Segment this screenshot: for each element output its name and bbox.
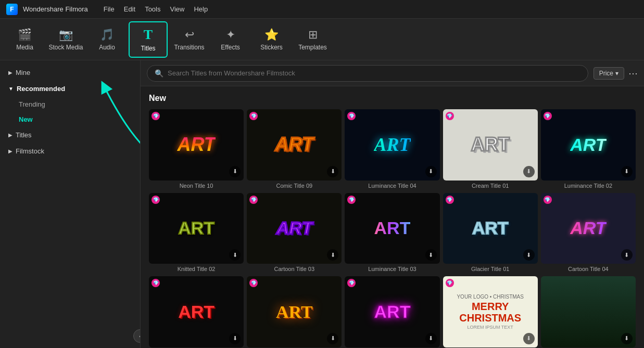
titles-collapse-icon: ▶ bbox=[8, 132, 12, 138]
premium-icon: 💎 bbox=[249, 279, 258, 287]
tile-thumb-cartoon04: 💎 ART ⬇ bbox=[541, 193, 636, 264]
tile-knitted-title-02[interactable]: 💎 ART ⬇ Knitted Title 02 bbox=[149, 193, 244, 273]
toolbar-effects-button[interactable]: ✦ Effects bbox=[211, 21, 250, 58]
toolbar-stickers-button[interactable]: ⭐ Stickers bbox=[252, 21, 291, 58]
download-icon: ⬇ bbox=[229, 249, 241, 261]
tile-luminance-title-02[interactable]: 💎 ART ⬇ Luminance Title 02 bbox=[541, 109, 636, 189]
tile-subtitles-default[interactable]: ⬇ Subtitles Default bbox=[541, 276, 636, 348]
premium-icon: 💎 bbox=[544, 196, 552, 204]
tile-thumb-luminance04: 💎 ART ⬇ bbox=[345, 109, 439, 181]
christmas-footer: LOREM IPSUM TEXT bbox=[468, 325, 513, 330]
sidebar-mine-label: Mine bbox=[16, 69, 30, 76]
toolbar-media-button[interactable]: 🎬 Media bbox=[5, 21, 44, 58]
effects-icon: ✦ bbox=[226, 28, 235, 42]
comic09-art-text: ART bbox=[275, 134, 313, 156]
tile-label-cartoon04: Cartoon Title 04 bbox=[541, 266, 636, 272]
tile-luminance-title-03[interactable]: 💎 ART ⬇ Luminance Title 03 bbox=[345, 193, 439, 273]
transitions-icon: ↩ bbox=[185, 28, 194, 42]
premium-icon: 💎 bbox=[446, 279, 454, 287]
toolbar-templates-button[interactable]: ⊞ Templates bbox=[293, 21, 332, 58]
download-icon: ⬇ bbox=[621, 249, 633, 261]
templates-icon: ⊞ bbox=[308, 28, 318, 42]
recommended-collapse-icon: ▼ bbox=[8, 86, 14, 92]
tile-knitted-title-01[interactable]: 💎 ART ⬇ Knitted Title 01 bbox=[149, 276, 244, 348]
tile-label-comic09: Comic Title 09 bbox=[247, 183, 342, 189]
christmas-subtitle: YOUR LOGO • CHRISTMAS bbox=[457, 294, 524, 300]
search-input[interactable] bbox=[168, 69, 580, 77]
download-icon: ⬇ bbox=[523, 166, 535, 177]
christmas-content: YOUR LOGO • CHRISTMAS MERRYCHRISTMAS LOR… bbox=[454, 292, 526, 332]
tile-thumb-christmas: 💎 YOUR LOGO • CHRISTMAS MERRYCHRISTMAS L… bbox=[443, 276, 538, 347]
sidebar-filmstock-label: Filmstock bbox=[16, 147, 44, 155]
sidebar-recommended-label: Recommended bbox=[17, 85, 65, 93]
download-icon: ⬇ bbox=[523, 333, 535, 344]
search-input-wrap: 🔍 bbox=[147, 65, 588, 82]
toolbar-transitions-label: Transitions bbox=[174, 44, 204, 51]
sidebar-titles-label: Titles bbox=[16, 131, 32, 139]
menu-tools[interactable]: Tools bbox=[145, 5, 160, 13]
tile-neon-title-09[interactable]: 💎 ART ⬇ Neon Title 09 bbox=[345, 276, 439, 348]
tile-thumb-cartoon03: 💎 ART ⬇ bbox=[247, 193, 342, 264]
tile-thumb-luminance03: 💎 ART ⬇ bbox=[345, 193, 439, 264]
search-right: Price ▾ ⋯ bbox=[594, 67, 638, 80]
tile-thumb-neon10: 💎 ART ⬇ bbox=[149, 109, 244, 181]
search-icon: 🔍 bbox=[155, 69, 163, 78]
premium-icon: 💎 bbox=[544, 112, 552, 120]
sidebar-section-mine[interactable]: ▶ Mine bbox=[0, 65, 140, 81]
luminance04-art-text: ART bbox=[374, 134, 410, 156]
tile-neon-title-10[interactable]: 💎 ART ⬇ Neon Title 10 bbox=[149, 109, 244, 189]
menu-edit[interactable]: Edit bbox=[124, 5, 135, 13]
toolbar-media-label: Media bbox=[16, 44, 33, 51]
more-options-button[interactable]: ⋯ bbox=[628, 68, 638, 79]
knitted02-art-text: ART bbox=[178, 218, 214, 238]
price-button[interactable]: Price ▾ bbox=[594, 67, 624, 80]
cartoon03-art-text: ART bbox=[276, 218, 312, 238]
tile-cartoon-title-04[interactable]: 💎 ART ⬇ Cartoon Title 04 bbox=[541, 193, 636, 273]
toolbar-stock-media-button[interactable]: 📷 Stock Media bbox=[46, 21, 85, 58]
tile-luminance-title-04[interactable]: 💎 ART ⬇ Luminance Title 04 bbox=[345, 109, 439, 189]
titles-icon: T bbox=[144, 27, 153, 43]
menu-file[interactable]: File bbox=[104, 5, 115, 13]
download-icon: ⬇ bbox=[621, 166, 633, 177]
sidebar-item-new[interactable]: New bbox=[0, 112, 140, 127]
app-title: Wondershare Filmora bbox=[23, 5, 88, 13]
luminance01-art-text: ART bbox=[276, 302, 313, 322]
tile-thumb-knitted01: 💎 ART ⬇ bbox=[149, 276, 244, 347]
tile-cream-title-01[interactable]: 💎 ART ⬇ Cream Title 01 bbox=[443, 109, 538, 189]
tile-thumb-comic09: 💎 ART ⬇ bbox=[247, 109, 342, 181]
download-icon: ⬇ bbox=[425, 166, 437, 177]
toolbar: 🎬 Media 📷 Stock Media 🎵 Audio T Titles ↩… bbox=[0, 19, 644, 60]
tile-christmas[interactable]: 💎 YOUR LOGO • CHRISTMAS MERRYCHRISTMAS L… bbox=[443, 276, 538, 348]
sidebar: ▶ Mine ▼ Recommended Trending New ▶ Titl… bbox=[0, 60, 141, 348]
cartoon04-art-text: ART bbox=[570, 218, 606, 238]
premium-icon: 💎 bbox=[446, 112, 454, 120]
premium-icon: 💎 bbox=[446, 196, 454, 204]
tile-glacier-title-01[interactable]: 💎 ART ⬇ Glacier Title 01 bbox=[443, 193, 538, 273]
tile-cartoon-title-03[interactable]: 💎 ART ⬇ Cartoon Title 03 bbox=[247, 193, 342, 273]
menu-help[interactable]: Help bbox=[194, 5, 208, 13]
tile-luminance-title-01[interactable]: 💎 ART ⬇ Luminance Title 01 bbox=[247, 276, 342, 348]
sidebar-section-filmstock[interactable]: ▶ Filmstock bbox=[0, 143, 140, 159]
sidebar-item-trending[interactable]: Trending bbox=[0, 97, 140, 112]
tile-label-knitted02: Knitted Title 02 bbox=[149, 266, 244, 272]
premium-icon: 💎 bbox=[151, 279, 160, 287]
tile-thumb-cream01: 💎 ART ⬇ bbox=[443, 109, 538, 181]
audio-icon: 🎵 bbox=[100, 28, 114, 42]
sidebar-section-recommended[interactable]: ▼ Recommended bbox=[0, 81, 140, 97]
cream01-art-text: ART bbox=[471, 134, 510, 156]
toolbar-templates-label: Templates bbox=[298, 44, 327, 51]
tile-label-cream01: Cream Title 01 bbox=[443, 183, 538, 189]
toolbar-titles-button[interactable]: T Titles bbox=[129, 21, 168, 58]
sidebar-section-titles[interactable]: ▶ Titles bbox=[0, 127, 140, 143]
tiles-grid-row1: 💎 ART ⬇ Neon Title 10 💎 ART ⬇ Comic Titl… bbox=[149, 109, 636, 189]
download-icon: ⬇ bbox=[425, 249, 437, 261]
premium-icon: 💎 bbox=[347, 112, 356, 120]
sidebar-collapse-button[interactable]: ‹ bbox=[133, 329, 141, 343]
toolbar-audio-button[interactable]: 🎵 Audio bbox=[87, 21, 127, 58]
neon09-art-text: ART bbox=[374, 302, 411, 322]
menu-view[interactable]: View bbox=[170, 5, 184, 13]
toolbar-transitions-button[interactable]: ↩ Transitions bbox=[170, 21, 209, 58]
tile-thumb-glacier01: 💎 ART ⬇ bbox=[443, 193, 538, 264]
tile-label-luminance02: Luminance Title 02 bbox=[541, 183, 636, 189]
tile-comic-title-09[interactable]: 💎 ART ⬇ Comic Title 09 bbox=[247, 109, 342, 189]
